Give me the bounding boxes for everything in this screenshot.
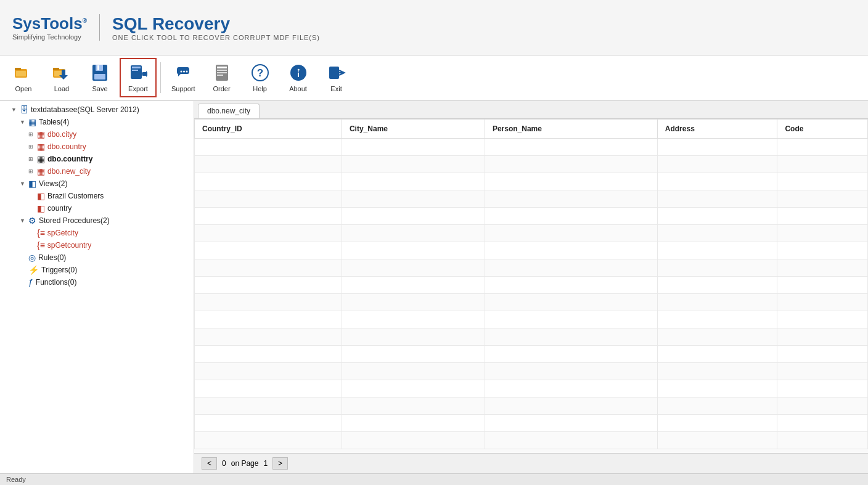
svg-rect-10 bbox=[94, 74, 105, 79]
table-row bbox=[195, 277, 868, 294]
col-code: Code bbox=[777, 120, 868, 139]
table-row bbox=[195, 139, 868, 156]
on-page-label: on Page bbox=[231, 459, 259, 468]
app-header: SysTools® Simplifying Technology SQL Rec… bbox=[0, 0, 868, 55]
open-button[interactable]: Open bbox=[5, 59, 42, 97]
table-row bbox=[195, 259, 868, 277]
triggers-label: Triggers(0) bbox=[41, 266, 77, 274]
col-city-name: City_Name bbox=[342, 120, 485, 139]
save-button[interactable]: Save bbox=[81, 59, 118, 97]
svg-point-17 bbox=[183, 71, 185, 73]
tree-table-country[interactable]: ⊞ ▦ dbo.country bbox=[26, 141, 194, 153]
support-label: Support bbox=[171, 85, 195, 92]
tree-views[interactable]: ▼ ◧ Views(2) bbox=[17, 177, 194, 190]
logo-section: SysTools® Simplifying Technology bbox=[12, 14, 100, 41]
support-button[interactable]: Support bbox=[165, 59, 202, 97]
table-row bbox=[195, 363, 868, 380]
tab-bar: dbo.new_city bbox=[194, 101, 868, 119]
expand-cityy: ⊞ bbox=[28, 131, 37, 137]
table-row bbox=[195, 173, 868, 190]
tree-procedures[interactable]: ▼ ⚙ Stored Procedures(2) bbox=[17, 214, 194, 227]
tree-proc-spgetcountry[interactable]: {≡ spGetcountry bbox=[26, 239, 194, 251]
table-row bbox=[195, 328, 868, 346]
col-person-name: Person_Name bbox=[485, 120, 657, 139]
data-table: Country_ID City_Name Person_Name Address… bbox=[194, 119, 868, 449]
tables-icon: ▦ bbox=[28, 117, 36, 127]
svg-rect-12 bbox=[132, 67, 141, 68]
table-cityy-label: dbo.cityy bbox=[47, 130, 76, 139]
view-icon-brazil: ◧ bbox=[37, 191, 45, 201]
about-button[interactable]: ●i About bbox=[280, 59, 317, 97]
table-row bbox=[195, 225, 868, 242]
expand-view-country bbox=[28, 205, 37, 211]
functions-icon: ƒ bbox=[28, 277, 33, 287]
tree-table-newcity[interactable]: ⊞ ▦ dbo.new_city bbox=[26, 165, 194, 177]
load-label: Load bbox=[54, 85, 69, 92]
views-label: Views(2) bbox=[39, 179, 67, 188]
export-button[interactable]: Export bbox=[120, 58, 157, 97]
expand-procedures: ▼ bbox=[20, 218, 28, 224]
export-label: Export bbox=[128, 85, 148, 92]
page-number: 1 bbox=[263, 459, 268, 468]
tree-view-brazil[interactable]: ◧ Brazil Customers bbox=[26, 190, 194, 202]
help-icon: ? bbox=[250, 63, 270, 83]
tree-view-country[interactable]: ◧ country bbox=[26, 202, 194, 214]
view-brazil-label: Brazil Customers bbox=[47, 192, 104, 200]
table-row bbox=[195, 311, 868, 328]
svg-point-16 bbox=[181, 71, 182, 73]
order-button[interactable]: Order bbox=[203, 59, 240, 97]
logo-sup: ® bbox=[83, 17, 87, 24]
expand-views: ▼ bbox=[20, 181, 28, 187]
tree-tables[interactable]: ▼ ▦ Tables(4) bbox=[17, 116, 194, 128]
about-label: About bbox=[289, 85, 307, 92]
tree-table-counttry[interactable]: ⊞ ▦ dbo.counttry bbox=[26, 153, 194, 165]
tree-rules[interactable]: ◎ Rules(0) bbox=[17, 251, 194, 264]
expand-functions bbox=[20, 279, 28, 285]
table-row bbox=[195, 415, 868, 432]
content-area: dbo.new_city Country_ID City_Name Person… bbox=[194, 101, 868, 473]
logo-brand: SysTools bbox=[12, 14, 83, 33]
svg-point-18 bbox=[186, 71, 188, 73]
grid-container: Country_ID City_Name Person_Name Address… bbox=[194, 119, 868, 453]
proc-spgetcity-label: spGetcity bbox=[47, 229, 78, 237]
table-row bbox=[195, 294, 868, 311]
exit-button[interactable]: Exit bbox=[318, 59, 355, 97]
open-label: Open bbox=[15, 85, 32, 92]
expand-rules bbox=[20, 255, 28, 261]
title-rest: Recovery bbox=[147, 14, 230, 33]
tree-triggers[interactable]: ⚡ Triggers(0) bbox=[17, 264, 194, 276]
svg-rect-9 bbox=[97, 65, 99, 70]
tree-functions[interactable]: ƒ Functions(0) bbox=[17, 276, 194, 288]
sidebar: ▼ 🗄 textdatabasee(SQL Server 2012) ▼ ▦ T… bbox=[0, 101, 194, 473]
order-icon bbox=[212, 63, 232, 83]
tree-table-cityy[interactable]: ⊞ ▦ dbo.cityy bbox=[26, 128, 194, 141]
svg-rect-1 bbox=[15, 68, 21, 70]
svg-text:i: i bbox=[297, 70, 300, 79]
table-icon-cityy: ▦ bbox=[37, 129, 45, 139]
prev-page-button[interactable]: < bbox=[202, 457, 217, 470]
load-icon bbox=[52, 63, 72, 83]
tree-root[interactable]: ▼ 🗄 textdatabasee(SQL Server 2012) bbox=[9, 104, 194, 116]
triggers-icon: ⚡ bbox=[28, 265, 39, 275]
status-text: Ready bbox=[6, 476, 26, 483]
load-button[interactable]: Load bbox=[43, 59, 80, 97]
help-button[interactable]: ? Help bbox=[242, 59, 279, 97]
status-bar: Ready bbox=[0, 473, 868, 485]
export-icon bbox=[128, 63, 148, 83]
proc-icon-spgetcountry: {≡ bbox=[37, 240, 45, 250]
app-subtitle: ONE CLICK TOOL TO RECOVER CORRUPT MDF FI… bbox=[112, 34, 320, 41]
expand-spgetcity bbox=[28, 230, 37, 236]
logo-sub: Simplifying Technology bbox=[12, 33, 81, 41]
tree-proc-spgetcity[interactable]: {≡ spGetcity bbox=[26, 227, 194, 239]
app-title-main: SQL Recovery bbox=[112, 14, 320, 34]
table-row bbox=[195, 397, 868, 415]
expand-spgetcountry bbox=[28, 242, 37, 248]
table-newcity-label: dbo.new_city bbox=[47, 167, 91, 176]
database-icon: 🗄 bbox=[20, 105, 28, 115]
expand-country: ⊞ bbox=[28, 144, 37, 150]
table-row bbox=[195, 156, 868, 173]
view-icon-country: ◧ bbox=[37, 203, 45, 213]
logo-text: SysTools® bbox=[12, 14, 87, 33]
tab-dbo-new-city[interactable]: dbo.new_city bbox=[198, 104, 260, 118]
next-page-button[interactable]: > bbox=[272, 457, 288, 470]
